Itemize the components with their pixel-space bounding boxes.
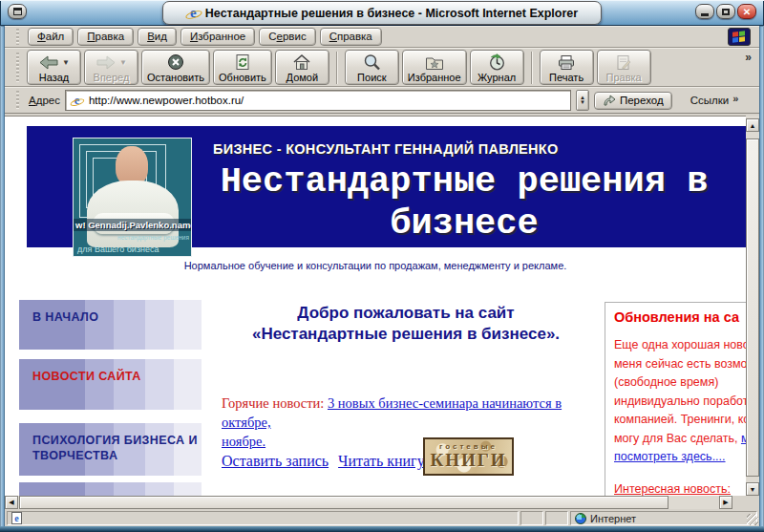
- status-pane-1: [520, 511, 543, 525]
- updates-link[interactable]: Интересная новость:: [614, 482, 731, 496]
- updates-text: компанией. Тренинги, ко: [614, 413, 746, 426]
- internet-zone-icon: [575, 513, 586, 524]
- updates-line: посмотреть здесь....: [614, 448, 746, 467]
- scroll-left-button[interactable]: ◀: [5, 496, 18, 509]
- maximize-button[interactable]: [716, 4, 735, 19]
- menu-item-6[interactable]: Справка: [320, 28, 382, 46]
- scrollbar-corner: [746, 496, 759, 509]
- photo-small-caption: нестандартные решения: [117, 234, 189, 241]
- window-border-right: [759, 26, 764, 532]
- toolbar-button-label: Остановить: [147, 72, 204, 83]
- toolbar-print-button[interactable]: Печать: [540, 50, 594, 85]
- toolbar-grip[interactable]: [16, 53, 19, 81]
- horizontal-scroll-thumb[interactable]: [19, 496, 668, 509]
- minimize-button[interactable]: [695, 4, 714, 19]
- guestbook-link-2[interactable]: Читать книгу: [338, 453, 425, 470]
- vertical-scrollbar[interactable]: ▲ ▼: [746, 116, 759, 496]
- toolbar-back-button[interactable]: ▼Назад: [27, 50, 81, 85]
- photo-bottom-caption: для Вашего бизнеса: [77, 245, 159, 254]
- horizontal-scrollbar[interactable]: ◀ ▶: [5, 496, 732, 509]
- menu-item-5[interactable]: Сервис: [259, 28, 315, 46]
- toolbar-overflow-chevron[interactable]: »: [745, 51, 752, 64]
- history-icon: [488, 53, 506, 72]
- windows-flag-icon: [732, 31, 746, 42]
- books-image-big-text: КНИГИ: [425, 451, 512, 470]
- sidebar-item-2[interactable]: НОВОСТИ САЙТА: [19, 359, 202, 410]
- toolbar-separator: [531, 52, 533, 84]
- addressbar-grip[interactable]: [16, 91, 19, 111]
- toolbar-refresh-button[interactable]: Обновить: [213, 50, 272, 85]
- sidebar-item-3[interactable]: ПСИХОЛОГИЯ БИЗНЕСА И ТВОРЧЕСТВА: [19, 423, 202, 476]
- window-title: Нестандартные решения в бизнесе - Micros…: [205, 7, 578, 20]
- toolbar-home-button[interactable]: Домой: [275, 50, 329, 85]
- close-icon: ✕: [743, 7, 751, 17]
- address-input[interactable]: e http://www.newpower.hotbox.ru/: [65, 90, 571, 111]
- site-banner: БИЗНЕС - КОНСУЛЬТАНТ ГЕННАДИЙ ПАВЛЕНКО Н…: [27, 126, 746, 247]
- scroll-down-button[interactable]: ▼: [746, 482, 759, 496]
- print-icon: [557, 53, 576, 72]
- close-button[interactable]: ✕: [737, 4, 756, 19]
- title-plate: e Нестандартные решения в бизнесе - Micr…: [162, 1, 602, 25]
- vertical-scroll-thumb[interactable]: [746, 138, 759, 477]
- title-bar[interactable]: e Нестандартные решения в бизнесе - Micr…: [0, 0, 764, 26]
- photo-site-caption: w! Gennadij.Pavlenko.name: [74, 219, 191, 231]
- toolbar-button-label: Обновить: [219, 72, 266, 83]
- toolbar-search-button[interactable]: Поиск: [345, 50, 399, 85]
- sidebar-item-1[interactable]: В НАЧАЛО: [19, 300, 202, 350]
- updates-title: Обновления на са: [614, 309, 746, 325]
- updates-link[interactable]: посмотреть здесь....: [614, 450, 726, 463]
- zone-label: Интернет: [590, 513, 636, 524]
- links-chevron[interactable]: »: [732, 93, 738, 104]
- scroll-right-button[interactable]: ▶: [719, 496, 732, 509]
- guestbook-link-1[interactable]: Оставить запись: [222, 453, 329, 470]
- standard-toolbar: ▼Назад▼ВпередОстановитьОбновитьДомойПоис…: [5, 48, 759, 87]
- toolbar-forward-button: ▼Вперед: [84, 50, 138, 85]
- resize-grip[interactable]: [747, 514, 758, 525]
- toolbar-button-label: Избранное: [408, 72, 461, 83]
- system-menu-icon: [13, 8, 22, 15]
- search-icon: [363, 53, 381, 72]
- minimize-icon: [701, 13, 709, 16]
- updates-line: компанией. Тренинги, ко: [614, 411, 746, 430]
- guestbook-books-image[interactable]: гостевые КНИГИ: [423, 437, 514, 476]
- status-pane-2: [545, 511, 568, 525]
- menu-item-1[interactable]: Файл: [28, 28, 74, 46]
- go-button[interactable]: Переход: [594, 92, 672, 110]
- back-icon: ▼: [38, 53, 70, 72]
- refresh-icon: [235, 53, 250, 72]
- menu-bar: ФайлПравкаВидИзбранноеСервисСправка: [5, 26, 759, 48]
- menu-item-2[interactable]: Правка: [77, 28, 134, 46]
- toolbar-history-button[interactable]: Журнал: [470, 50, 524, 85]
- hot-news: Горячие новости: 3 новых бизнес-семинара…: [222, 394, 596, 451]
- toolbar-button-label: Печать: [549, 72, 584, 83]
- sidebar-item-4[interactable]: [19, 482, 202, 496]
- updates-text: меня сейчас есть возмо: [614, 357, 746, 371]
- sidebar-item-label: НОВОСТИ САЙТА: [32, 370, 141, 383]
- toolbar-button-label: Домой: [286, 72, 319, 83]
- welcome-heading: Добро пожаловать на сайт «Нестандартные …: [213, 303, 599, 345]
- menu-item-3[interactable]: Вид: [138, 28, 177, 46]
- toolbar-stop-button[interactable]: Остановить: [141, 50, 210, 85]
- updates-text: (свободное время): [614, 375, 718, 389]
- sidebar-item-label: ПСИХОЛОГИЯ БИЗНЕСА И ТВОРЧЕСТВА: [32, 434, 198, 462]
- menu-item-4[interactable]: Избранное: [180, 28, 255, 46]
- toolbar-separator: [336, 52, 338, 84]
- hot-news-label: Горячие новости:: [222, 395, 328, 411]
- links-bar[interactable]: Ссылки »: [679, 95, 739, 106]
- menubar-grip[interactable]: [16, 29, 19, 45]
- guestbook-links: Оставить записьЧитать книгу: [222, 453, 425, 470]
- toolbar-button-label: Правка: [606, 72, 642, 83]
- status-main-pane: e: [7, 511, 519, 525]
- status-zone-pane: Интернет: [570, 511, 757, 525]
- address-bar: Адрес e http://www.newpower.hotbox.ru/ ▲…: [5, 87, 759, 114]
- favorites-icon: [425, 53, 444, 72]
- banner-kicker: БИЗНЕС - КОНСУЛЬТАНТ ГЕННАДИЙ ПАВЛЕНКО: [213, 141, 559, 157]
- go-arrow-icon: [603, 95, 616, 106]
- updates-text: могу для Вас сделать,: [614, 432, 741, 445]
- system-menu-button[interactable]: [8, 4, 27, 19]
- links-label: Ссылки: [690, 95, 730, 106]
- scroll-up-button[interactable]: ▲: [746, 118, 759, 132]
- toolbar-favorites-button[interactable]: Избранное: [402, 50, 467, 85]
- home-icon: [292, 53, 311, 72]
- address-dropdown-button[interactable]: ▲▼: [576, 90, 589, 111]
